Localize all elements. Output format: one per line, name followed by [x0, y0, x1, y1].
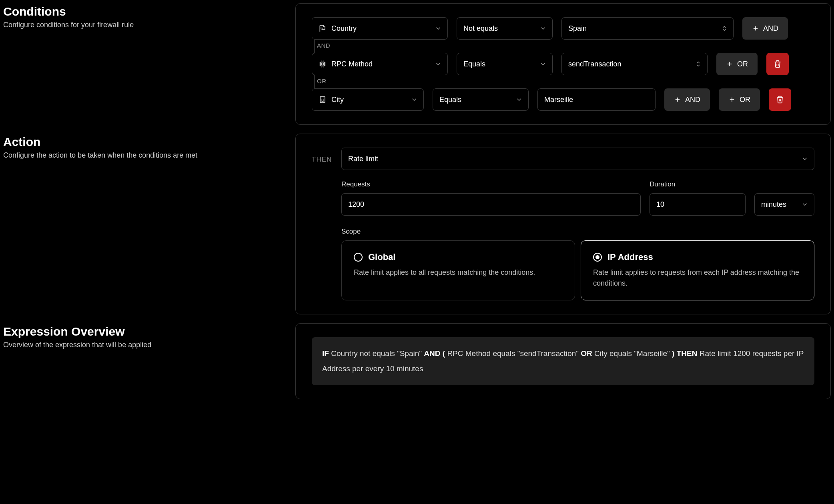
overview-subtitle: Overview of the expression that will be …	[3, 341, 279, 349]
condition-operator-select[interactable]: Equals	[433, 88, 529, 111]
chevron-updown-icon	[721, 25, 728, 32]
condition-value-field[interactable]	[544, 96, 649, 104]
add-or-button[interactable]: OR	[719, 88, 760, 111]
requests-label: Requests	[341, 180, 641, 188]
condition-field-label: Country	[331, 24, 357, 33]
plus-icon	[726, 60, 733, 68]
add-and-label: AND	[763, 24, 778, 33]
action-title: Action	[3, 135, 279, 149]
chevron-updown-icon	[695, 61, 702, 67]
scope-option-ip-address[interactable]: IP Address Rate limit applies to request…	[581, 240, 814, 300]
action-panel: THEN Rate limit Requests	[295, 134, 831, 314]
building-icon	[319, 96, 327, 104]
chevron-down-icon	[435, 25, 442, 32]
add-and-button[interactable]: AND	[742, 17, 788, 40]
add-or-button[interactable]: OR	[716, 53, 758, 75]
action-subtitle: Configure the action to be taken when th…	[3, 151, 279, 160]
add-or-label: OR	[737, 60, 748, 68]
condition-value-select[interactable]: Spain	[561, 17, 734, 40]
requests-input-wrap[interactable]	[341, 193, 641, 216]
condition-joiner: AND	[315, 40, 814, 53]
duration-unit-label: minutes	[761, 200, 786, 209]
plus-icon	[674, 96, 681, 103]
chevron-down-icon	[801, 155, 808, 162]
chevron-down-icon	[539, 25, 547, 32]
chevron-down-icon	[801, 201, 808, 208]
scope-option-desc: Rate limit applies to all requests match…	[354, 267, 563, 278]
duration-unit-spacer	[754, 180, 814, 188]
condition-operator-label: Equals	[463, 60, 485, 68]
delete-condition-button[interactable]	[769, 88, 791, 111]
scope-label: Scope	[341, 228, 814, 236]
conditions-panel: Country Not equals Spain AND	[295, 3, 831, 125]
expression-text: IF Country not equals "Spain" AND ( RPC …	[312, 337, 814, 385]
condition-value-label: sendTransaction	[568, 60, 621, 68]
add-and-button[interactable]: AND	[664, 88, 710, 111]
overview-panel: IF Country not equals "Spain" AND ( RPC …	[295, 323, 831, 399]
overview-title: Expression Overview	[3, 325, 279, 338]
condition-field-select[interactable]: Country	[312, 17, 448, 40]
add-and-label: AND	[685, 96, 700, 104]
duration-unit-select[interactable]: minutes	[754, 193, 814, 216]
chevron-down-icon	[539, 60, 547, 68]
condition-value-input[interactable]	[537, 88, 656, 111]
duration-input[interactable]	[656, 200, 739, 209]
condition-field-label: City	[331, 96, 344, 104]
condition-field-select[interactable]: RPC Method	[312, 53, 448, 75]
duration-label: Duration	[650, 180, 746, 188]
trash-icon	[774, 60, 782, 68]
scope-option-global[interactable]: Global Rate limit applies to all request…	[341, 240, 575, 300]
then-label: THEN	[312, 148, 334, 300]
chevron-down-icon	[515, 96, 523, 103]
condition-operator-select[interactable]: Not equals	[457, 17, 553, 40]
svg-rect-0	[321, 62, 325, 66]
delete-condition-button[interactable]	[766, 53, 789, 75]
trash-icon	[776, 96, 784, 104]
condition-operator-label: Equals	[439, 96, 461, 104]
cpu-icon	[319, 60, 327, 68]
duration-input-wrap[interactable]	[650, 193, 746, 216]
condition-field-label: RPC Method	[331, 60, 373, 68]
chevron-down-icon	[435, 60, 442, 68]
chevron-down-icon	[411, 96, 418, 103]
condition-operator-label: Not equals	[463, 24, 498, 33]
scope-option-desc: Rate limit applies to requests from each…	[593, 267, 802, 289]
condition-joiner: OR	[315, 75, 814, 88]
svg-rect-1	[322, 63, 324, 65]
action-type-select[interactable]: Rate limit	[341, 148, 814, 170]
add-or-label: OR	[740, 96, 750, 104]
flag-icon	[319, 24, 327, 32]
radio-icon	[354, 253, 363, 262]
plus-icon	[752, 25, 759, 32]
plus-icon	[728, 96, 736, 103]
condition-value-select[interactable]: sendTransaction	[561, 53, 708, 75]
condition-field-select[interactable]: City	[312, 88, 424, 111]
conditions-subtitle: Configure conditions for your firewall r…	[3, 21, 279, 29]
requests-input[interactable]	[348, 200, 634, 209]
conditions-title: Conditions	[3, 5, 279, 18]
scope-option-title: IP Address	[607, 252, 653, 262]
scope-option-title: Global	[368, 252, 395, 262]
condition-value-label: Spain	[568, 24, 587, 33]
condition-operator-select[interactable]: Equals	[457, 53, 553, 75]
action-type-label: Rate limit	[348, 155, 378, 163]
radio-icon	[593, 253, 602, 262]
